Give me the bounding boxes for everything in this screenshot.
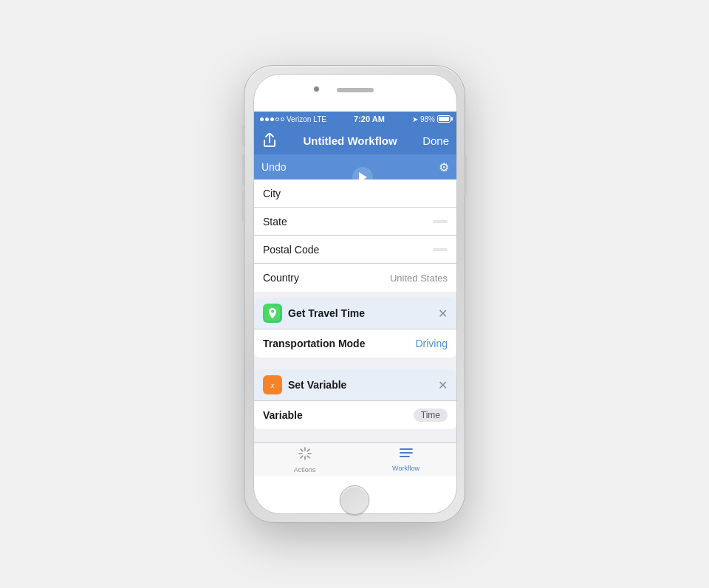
svg-point-1 (272, 311, 274, 313)
share-button[interactable] (261, 132, 278, 148)
svg-line-9 (307, 456, 309, 458)
signal-dot-1 (260, 117, 264, 121)
set-variable-header: x Set Variable ✕ (254, 369, 456, 401)
set-variable-title: Set Variable (288, 379, 346, 391)
postal-value (433, 248, 448, 251)
address-card-top: City State Postal Code (254, 180, 456, 292)
postal-label: Postal Code (263, 244, 319, 256)
signal-dot-3 (270, 117, 274, 121)
section-separator-2 (254, 363, 456, 369)
battery-icon (437, 115, 451, 123)
country-value: United States (390, 273, 448, 284)
signal-dot-2 (265, 117, 269, 121)
set-var-header-left: x Set Variable (263, 375, 346, 394)
mute-button (242, 125, 245, 146)
volume-up-button (242, 154, 245, 185)
workflow-tab-label: Workflow (392, 465, 419, 472)
location-icon: ➤ (412, 115, 418, 123)
get-travel-time-header: Get Travel Time ✕ (254, 298, 456, 329)
done-button[interactable]: Done (422, 134, 449, 147)
battery-fill (439, 117, 449, 121)
get-travel-title: Get Travel Time (288, 307, 365, 319)
tab-workflow[interactable]: Workflow (355, 448, 456, 472)
get-travel-close-button[interactable]: ✕ (438, 307, 448, 321)
scroll-area: City State Postal Code (254, 180, 456, 442)
actions-tab-label: Actions (294, 466, 316, 474)
state-value (433, 220, 448, 223)
svg-line-8 (301, 449, 303, 451)
variable-app-icon: x (263, 375, 282, 394)
status-time: 7:20 AM (354, 114, 385, 123)
country-label: Country (263, 272, 299, 284)
state-row[interactable]: State (254, 208, 456, 236)
carrier-label: Verizon (287, 115, 311, 123)
status-left: Verizon LTE (260, 115, 326, 123)
nav-bar: Untitled Workflow Done (254, 126, 456, 154)
nav-title: Untitled Workflow (303, 134, 397, 147)
variable-value: Time (414, 408, 448, 422)
front-camera (314, 86, 319, 92)
postal-row[interactable]: Postal Code (254, 236, 456, 264)
signal-dot-4 (275, 117, 279, 121)
tab-actions[interactable]: Actions (254, 446, 355, 474)
variable-row[interactable]: Variable Time (254, 401, 456, 429)
svg-line-11 (301, 456, 303, 458)
action-header-left: Get Travel Time (263, 304, 365, 323)
play-icon (359, 172, 367, 182)
actions-tab-icon (298, 446, 312, 465)
section-separator-1 (254, 292, 456, 298)
settings-button[interactable]: ⚙ (439, 160, 449, 174)
network-label: LTE (313, 115, 326, 123)
phone-frame: Verizon LTE 7:20 AM ➤ 98% (244, 65, 465, 523)
section-separator-3 (254, 435, 456, 441)
state-label: State (263, 216, 287, 228)
status-bar: Verizon LTE 7:20 AM ➤ 98% (254, 112, 456, 126)
get-travel-time-card: Get Travel Time ✕ Transportation Mode Dr… (254, 298, 456, 358)
power-button (464, 154, 467, 195)
home-button[interactable] (340, 485, 369, 515)
battery-percent: 98% (420, 115, 435, 123)
maps-app-icon (263, 304, 282, 323)
variable-label: Variable (263, 409, 303, 421)
volume-down-button (242, 191, 245, 222)
country-row[interactable]: Country United States (254, 264, 456, 292)
status-right: ➤ 98% (412, 115, 451, 123)
city-label: City (263, 188, 281, 199)
transportation-mode-label: Transportation Mode (263, 338, 365, 349)
signal-dot-5 (281, 117, 284, 121)
tab-bar: Actions Workflow (254, 442, 456, 476)
undo-button[interactable]: Undo (261, 161, 286, 173)
transportation-mode-row[interactable]: Transportation Mode Driving (254, 329, 456, 358)
transportation-mode-value: Driving (415, 338, 448, 349)
svg-line-10 (307, 449, 309, 451)
toolbar: Undo ⚙ (254, 154, 456, 180)
speaker (337, 88, 374, 92)
workflow-tab-icon (399, 448, 414, 463)
phone-screen: Verizon LTE 7:20 AM ➤ 98% (253, 74, 457, 514)
set-variable-close-button[interactable]: ✕ (438, 378, 448, 392)
signal-dots (260, 117, 284, 121)
set-variable-card: x Set Variable ✕ Variable Time (254, 369, 456, 429)
play-button[interactable] (352, 167, 373, 188)
screen-content: Verizon LTE 7:20 AM ➤ 98% (254, 112, 456, 476)
svg-text:x: x (270, 380, 275, 389)
